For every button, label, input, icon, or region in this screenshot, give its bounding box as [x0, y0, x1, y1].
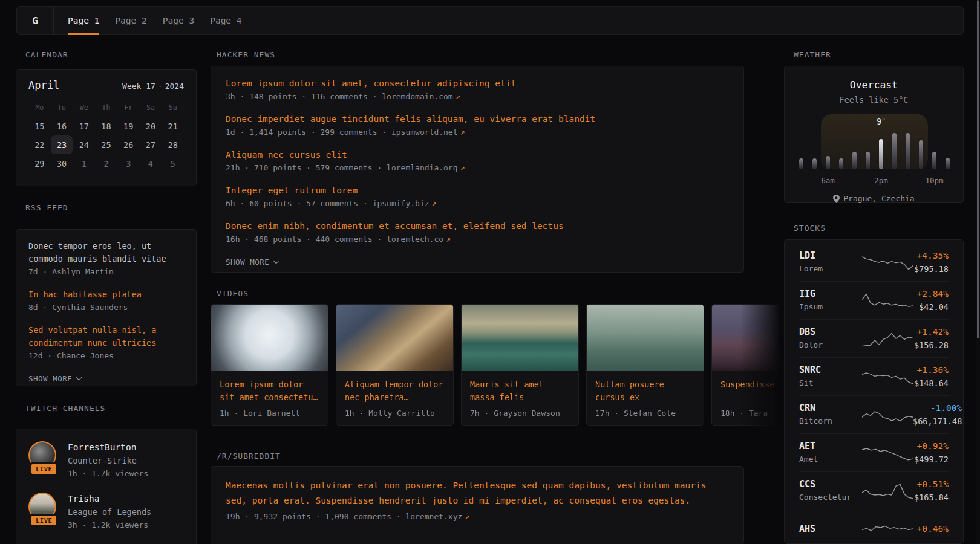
rss-list: Donec tempor eros leo, ut commodo mauris… — [28, 240, 184, 362]
stock-price: $148.64 — [913, 378, 949, 389]
twitch-channel-game: Counter-Strike — [68, 455, 148, 467]
stock-sparkline — [862, 329, 913, 348]
video-thumbnail — [712, 305, 780, 371]
stock-price: $165.84 — [913, 492, 949, 503]
weather-axis: 6am2pm10pm — [785, 176, 963, 184]
weather-hour-bar — [919, 140, 923, 169]
rss-item-meta: 7d · Ashlyn Martin — [28, 266, 184, 278]
stock-name: Ipsum — [799, 302, 862, 312]
calendar-day: 2 — [95, 154, 117, 173]
story-domain-link[interactable]: loremlandia.org — [387, 163, 457, 172]
stock-sparkline — [862, 406, 913, 424]
stock-symbol: AET — [799, 441, 862, 452]
tab-page-3[interactable]: Page 3 — [155, 7, 202, 34]
story-domain-link[interactable]: ipsumworld.net — [391, 128, 458, 137]
stock-row[interactable]: CRNBitcorn-1.00%$66,171.48 — [799, 395, 949, 433]
stock-id: AETAmet — [799, 441, 862, 465]
stock-symbol: LDI — [799, 250, 862, 262]
calendar-grid: MoTuWeThFrSaSu15161718192021222324252627… — [28, 99, 184, 173]
live-badge: LIVE — [30, 514, 58, 527]
external-link-icon: ↗ — [453, 92, 460, 101]
hackernews-list: Lorem ipsum dolor sit amet, consectetur … — [226, 77, 729, 246]
video-card[interactable]: Mauris sit amet massa felis7h · Grayson … — [461, 304, 579, 426]
twitch-channel-row[interactable]: LIVEForrestBurtonCounter-Strike1h · 1.7k… — [28, 441, 184, 479]
calendar-day: 28 — [162, 135, 184, 154]
video-card[interactable]: Aliquam tempor dolor nec pharetra…1h · M… — [336, 304, 454, 426]
weather-widget: Overcast Feels like 5°C 9° 6am2pm10pm Pr… — [784, 66, 964, 203]
stock-price: $156.28 — [913, 340, 949, 351]
stock-values: +2.84%$42.04 — [913, 288, 949, 312]
calendar-day: 21 — [162, 117, 184, 135]
stock-price: $66,171.48 — [913, 416, 962, 427]
navbar: G Page 1Page 2Page 3Page 4 — [16, 6, 964, 35]
stock-values: -1.00%$66,171.48 — [913, 403, 962, 427]
tab-page-4[interactable]: Page 4 — [202, 7, 249, 34]
story-domain-link[interactable]: loremdomain.com — [382, 92, 452, 101]
tab-page-1[interactable]: Page 1 — [60, 7, 107, 34]
hackernews-item-title[interactable]: Lorem ipsum dolor sit amet, consectetur … — [226, 77, 729, 90]
calendar-day: 25 — [95, 135, 117, 154]
hackernews-item-title[interactable]: Integer eget rutrum lorem — [226, 184, 729, 197]
stock-row[interactable]: CCSConsectetur+0.51%$165.84 — [799, 471, 949, 510]
external-link-icon: ↗ — [430, 199, 437, 208]
subreddit-section-title: /R/SUBREDDIT — [217, 452, 780, 460]
middle-column: HACKER NEWS Lorem ipsum dolor sit amet, … — [211, 51, 780, 544]
stock-change: +2.84% — [913, 288, 949, 300]
stock-change: +1.36% — [913, 364, 949, 376]
twitch-avatar-wrap: LIVE — [28, 441, 59, 471]
rss-item-title[interactable]: Donec tempor eros leo, ut commodo mauris… — [28, 240, 184, 265]
subreddit-item-meta: 19h · 9,932 points · 1,090 comments · lo… — [226, 510, 729, 523]
video-card[interactable]: Suspendisse diam18h · Tara — [711, 304, 780, 426]
video-card[interactable]: Lorem ipsum dolor sit amet consectetu…1h… — [211, 304, 328, 426]
video-title: Lorem ipsum dolor sit amet consectetu… — [211, 371, 328, 405]
calendar-day: 3 — [117, 154, 140, 173]
subreddit-item: Maecenas mollis pulvinar erat non posuer… — [226, 478, 729, 523]
rss-show-more-button[interactable]: SHOW MORE — [28, 374, 81, 383]
subreddit-item-title[interactable]: Maecenas mollis pulvinar erat non posuer… — [226, 478, 729, 508]
hackernews-item-meta: 6h · 60 points · 57 comments · ipsumify.… — [226, 197, 729, 210]
videos-section-title: VIDEOS — [217, 290, 780, 297]
stock-row[interactable]: AETAmet+0.92%$499.72 — [799, 433, 949, 471]
stock-name: Consectetur — [799, 492, 862, 503]
story-domain-link[interactable]: loremtech.co — [387, 235, 443, 244]
twitch-avatar-wrap: LIVE — [28, 493, 59, 523]
weather-axis-label: 10pm — [925, 176, 943, 185]
story-domain-link[interactable]: ipsumify.biz — [373, 199, 430, 208]
stock-row[interactable]: DBSDolor+1.42%$156.28 — [799, 319, 949, 357]
stock-id: CCSConsectetur — [799, 479, 862, 503]
hackernews-item-title[interactable]: Donec enim nibh, condimentum et accumsan… — [226, 220, 729, 233]
twitch-channel-row[interactable]: LIVETrishaLeague of Legends3h · 1.2k vie… — [28, 493, 184, 531]
stock-change: +1.42% — [913, 326, 949, 338]
tab-page-2[interactable]: Page 2 — [107, 7, 154, 34]
app-logo[interactable]: G — [17, 7, 54, 34]
calendar-day: 20 — [140, 117, 162, 135]
stock-row[interactable]: LDILorem+4.35%$795.18 — [799, 243, 949, 281]
calendar-day: 23 — [51, 135, 73, 154]
stock-name: Bitcorn — [799, 416, 862, 427]
twitch-widget: LIVEForrestBurtonCounter-Strike1h · 1.7k… — [16, 429, 197, 544]
scrollbar-thumb[interactable] — [977, 0, 979, 338]
calendar-day: 29 — [28, 154, 51, 173]
stock-sparkline — [862, 253, 913, 271]
video-card[interactable]: Nullam posuere cursus ex17h · Stefan Col… — [586, 304, 704, 426]
stock-row[interactable]: IIGIpsum+2.84%$42.04 — [799, 281, 949, 319]
stock-price: $795.18 — [913, 264, 949, 274]
hackernews-item-title[interactable]: Aliquam nec cursus elit — [226, 149, 729, 161]
stock-row[interactable]: AHS+0.46% — [799, 510, 949, 544]
stock-id: IIGIpsum — [799, 288, 862, 312]
hackernews-item-title[interactable]: Donec imperdiet augue tincidunt felis al… — [226, 113, 729, 126]
rss-item-title[interactable]: Sed volutpat nulla nisl, a condimentum n… — [28, 324, 184, 349]
rss-item-meta: 12d · Chance Jones — [28, 350, 184, 362]
hackernews-show-more-button[interactable]: SHOW MORE — [226, 257, 278, 267]
story-domain-link[interactable]: loremnet.xyz — [405, 512, 462, 521]
calendar-day-header: Tu — [51, 99, 73, 117]
stock-change: +0.46% — [913, 523, 949, 535]
twitch-channel-name: Trisha — [68, 493, 151, 505]
weather-hour-bar — [932, 152, 936, 169]
rss-item-title[interactable]: In hac habitasse platea — [28, 288, 184, 301]
stock-sparkline — [862, 520, 913, 538]
hackernews-widget: Lorem ipsum dolor sit amet, consectetur … — [211, 66, 744, 273]
stock-row[interactable]: SNRCSit+1.36%$148.64 — [799, 357, 949, 395]
weather-hour-bar — [826, 156, 830, 169]
stock-sparkline — [862, 368, 913, 386]
